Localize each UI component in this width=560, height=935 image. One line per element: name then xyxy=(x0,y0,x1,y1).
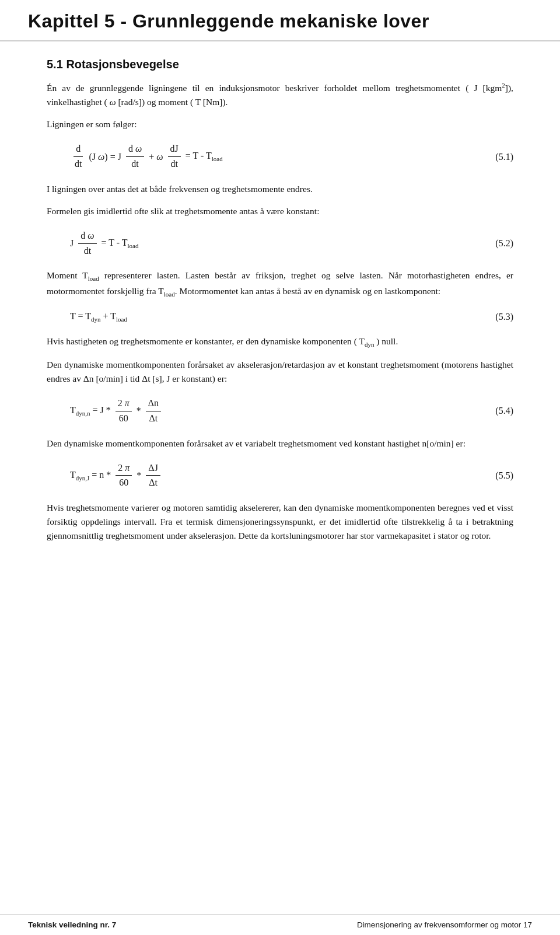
final-paragraph: Hvis treghetsmomente varierer og motoren… xyxy=(47,501,513,543)
equation-5-3: T = Tdyn + Tload xyxy=(70,311,127,323)
equation-5-1: d dt (J ω) = J d ω dt + ω dJ dt = T - Tl… xyxy=(70,143,223,170)
page-header: Kapittel 5 - Grunnleggende mekaniske lov… xyxy=(0,0,560,41)
dynamic-paragraph: Den dynamiske momentkomponenten forårsak… xyxy=(47,358,513,386)
equation-5-4: Tdyn,n = J * 2 π 60 * Δn Δt xyxy=(70,397,163,425)
footer-right: Dimensjonering av frekvensomformer og mo… xyxy=(357,920,532,929)
equation-5-3-block: T = Tdyn + Tload (5.3) xyxy=(70,311,513,323)
variable-paragraph: Den dynamiske momentkomponenten forårsak… xyxy=(47,437,513,451)
eq1-note: I ligningen over antas det at både frekv… xyxy=(47,182,513,196)
equation-5-5: Tdyn,J = n * 2 π 60 * ΔJ Δt xyxy=(70,462,163,490)
frac-delta-J-t: ΔJ Δt xyxy=(146,462,160,490)
eq-label-5-5: (5.5) xyxy=(495,470,513,481)
frac-dJ-dt: dJ dt xyxy=(168,143,181,170)
frac-domega-dt: d ω dt xyxy=(126,143,144,170)
section-title: 5.1 Rotasjonsbevegelse xyxy=(47,58,513,71)
frac-2pi-60: 2 π 60 xyxy=(116,397,132,425)
eq3-note: Hvis hastigheten og treghetsmomente er k… xyxy=(47,334,513,350)
ligningen-intro: Ligningen er som følger: xyxy=(47,117,513,131)
moment-paragraph: Moment Tload representerer lasten. Laste… xyxy=(47,268,513,299)
eq2-intro: Formelen gis imidlertid ofte slik at tre… xyxy=(47,204,513,218)
page-title: Kapittel 5 - Grunnleggende mekaniske lov… xyxy=(28,11,532,32)
eq-label-5-1: (5.1) xyxy=(495,152,513,162)
intro-paragraph: Én av de grunnleggende ligningene til en… xyxy=(47,81,513,109)
frac-d-dt-1: d dt xyxy=(72,143,84,170)
equation-5-2-block: J d ω dt = T - Tload (5.2) xyxy=(70,230,513,257)
page-footer: Teknisk veiledning nr. 7 Dimensjonering … xyxy=(0,914,560,935)
equation-5-4-block: Tdyn,n = J * 2 π 60 * Δn Δt (5.4) xyxy=(70,397,513,425)
equation-5-1-block: d dt (J ω) = J d ω dt + ω dJ dt = T - Tl… xyxy=(70,143,513,170)
content: 5.1 Rotasjonsbevegelse Én av de grunnleg… xyxy=(0,41,560,574)
frac-delta-n-t: Δn Δt xyxy=(146,397,161,425)
equation-5-2: J d ω dt = T - Tload xyxy=(70,230,139,257)
frac-2pi-60-2: 2 π 60 xyxy=(116,462,132,490)
frac-domega-dt-2: d ω dt xyxy=(78,230,96,257)
eq-label-5-2: (5.2) xyxy=(495,238,513,249)
equation-5-5-block: Tdyn,J = n * 2 π 60 * ΔJ Δt (5.5) xyxy=(70,462,513,490)
page: Kapittel 5 - Grunnleggende mekaniske lov… xyxy=(0,0,560,935)
eq-label-5-4: (5.4) xyxy=(495,406,513,416)
footer-left: Teknisk veiledning nr. 7 xyxy=(28,920,116,929)
eq-label-5-3: (5.3) xyxy=(495,312,513,322)
